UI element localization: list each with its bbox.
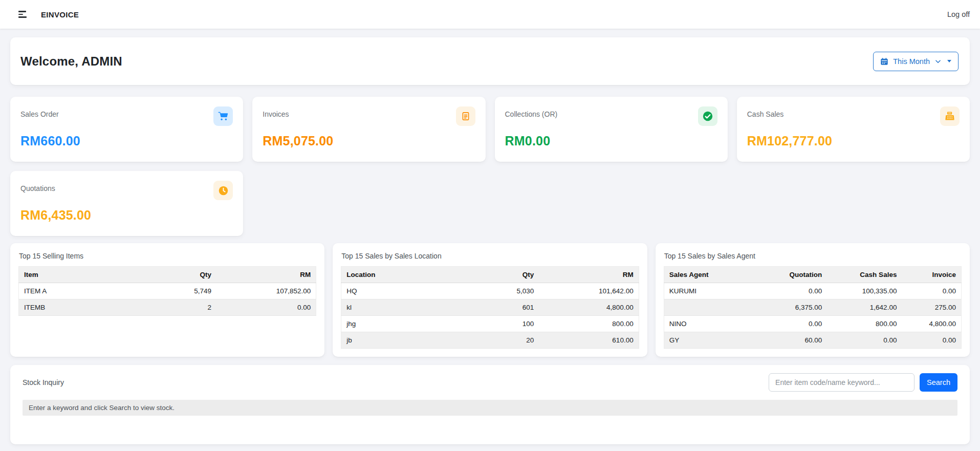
selling-items-table: Item Qty RM ITEM A 5,749 107,852.00 ITEM… xyxy=(18,266,316,316)
cell: 0.00 xyxy=(902,283,961,299)
cell: jb xyxy=(341,332,478,349)
stat-label: Quotations xyxy=(20,181,55,192)
stat-label: Invoices xyxy=(263,106,289,118)
cell xyxy=(664,299,759,316)
cell: ITEM A xyxy=(19,283,156,299)
col-header: Qty xyxy=(156,267,216,283)
period-filter-label: This Month xyxy=(893,57,930,66)
log-off-link[interactable]: Log off xyxy=(947,10,970,18)
stock-inquiry-title: Stock Inquiry xyxy=(23,378,64,386)
cell: 100,335.00 xyxy=(827,283,902,299)
chevron-down-icon xyxy=(934,58,942,65)
col-header: Qty xyxy=(478,267,539,283)
stock-search-controls: Search xyxy=(769,373,957,392)
cell: 2 xyxy=(156,299,216,316)
sales-by-agent-card: Top 15 Sales by Sales Agent Sales Agent … xyxy=(656,243,970,357)
calendar-icon xyxy=(880,57,888,66)
stat-card-cash-sales: Cash Sales RM102,777.0 xyxy=(737,97,970,162)
stat-card-invoices: Invoices RM5,075.00 xyxy=(252,97,485,162)
sales-agent-table: Sales Agent Quotation Cash Sales Invoice… xyxy=(664,266,962,349)
table-row: KURUMI 0.00 100,335.00 0.00 xyxy=(664,283,961,299)
top-selling-items-card: Top 15 Selling Items Item Qty RM ITEM A … xyxy=(10,243,324,357)
dashboard-content: Welcome, ADMIN This Month xyxy=(0,29,980,444)
stat-label: Collections (OR) xyxy=(505,106,558,118)
top-navbar: EINVOICE Log off xyxy=(0,0,980,29)
table-title: Top 15 Sales by Sales Location xyxy=(341,252,639,260)
caret-down-icon xyxy=(947,60,951,62)
cell: 5,030 xyxy=(478,283,539,299)
cell: 101,642.00 xyxy=(539,283,639,299)
col-header: RM xyxy=(216,267,316,283)
sales-location-table: Location Qty RM HQ 5,030 101,642.00 kl 6… xyxy=(341,266,639,349)
sales-by-location-card: Top 15 Sales by Sales Location Location … xyxy=(333,243,647,357)
table-title: Top 15 Sales by Sales Agent xyxy=(664,252,962,260)
cell: 610.00 xyxy=(539,332,639,349)
table-row: jhg 100 800.00 xyxy=(341,316,639,332)
col-header: Item xyxy=(19,267,156,283)
period-filter-dropdown[interactable]: This Month xyxy=(873,52,959,71)
table-row: jb 20 610.00 xyxy=(341,332,639,349)
cell: 601 xyxy=(478,299,539,316)
col-header: Cash Sales xyxy=(827,267,902,283)
stat-value: RM5,075.00 xyxy=(263,134,475,148)
cell: 0.00 xyxy=(216,299,316,316)
stock-hint-message: Enter a keyword and click Search to view… xyxy=(23,400,957,416)
col-header: Invoice xyxy=(902,267,961,283)
welcome-card: Welcome, ADMIN This Month xyxy=(10,37,970,85)
cell: 4,800.00 xyxy=(902,316,961,332)
cell: 5,749 xyxy=(156,283,216,299)
stat-label: Sales Order xyxy=(20,106,59,118)
col-header: RM xyxy=(539,267,639,283)
tables-row: Top 15 Selling Items Item Qty RM ITEM A … xyxy=(10,243,970,357)
table-row: NINO 0.00 800.00 4,800.00 xyxy=(664,316,961,332)
stat-value: RM102,777.00 xyxy=(747,134,960,148)
cell: 6,375.00 xyxy=(759,299,827,316)
table-row: 6,375.00 1,642.00 275.00 xyxy=(664,299,961,316)
cell: 1,642.00 xyxy=(827,299,902,316)
cell: 4,800.00 xyxy=(539,299,639,316)
check-circle-icon xyxy=(698,106,717,126)
cell: 800.00 xyxy=(827,316,902,332)
stat-value: RM0.00 xyxy=(505,134,717,148)
cell: 0.00 xyxy=(902,332,961,349)
col-header: Sales Agent xyxy=(664,267,759,283)
clock-icon xyxy=(213,181,233,200)
stock-search-input[interactable] xyxy=(769,373,914,392)
cell: kl xyxy=(341,299,478,316)
cell: 0.00 xyxy=(827,332,902,349)
stat-card-quotations: Quotations RM6,435.00 xyxy=(10,171,243,236)
cell: 107,852.00 xyxy=(216,283,316,299)
stat-label: Cash Sales xyxy=(747,106,784,118)
file-invoice-icon xyxy=(456,106,475,126)
page-title: Welcome, ADMIN xyxy=(20,54,122,69)
search-button[interactable]: Search xyxy=(920,373,957,392)
table-row: ITEM A 5,749 107,852.00 xyxy=(19,283,316,299)
cash-register-icon xyxy=(940,106,960,126)
col-header: Location xyxy=(341,267,478,283)
cart-icon xyxy=(213,106,233,126)
cell: jhg xyxy=(341,316,478,332)
cell: HQ xyxy=(341,283,478,299)
cell: KURUMI xyxy=(664,283,759,299)
cell: 20 xyxy=(478,332,539,349)
table-header-row: Item Qty RM xyxy=(19,267,316,283)
menu-toggle-button[interactable] xyxy=(16,9,29,20)
table-header-row: Location Qty RM xyxy=(341,267,639,283)
cell: GY xyxy=(664,332,759,349)
stat-card-sales-order: Sales Order RM660.00 xyxy=(10,97,243,162)
table-header-row: Sales Agent Quotation Cash Sales Invoice xyxy=(664,267,961,283)
stat-value: RM660.00 xyxy=(20,134,233,148)
cell: 275.00 xyxy=(902,299,961,316)
stock-inquiry-card: Stock Inquiry Search Enter a keyword and… xyxy=(10,365,970,444)
cell: 60.00 xyxy=(759,332,827,349)
table-title: Top 15 Selling Items xyxy=(19,252,316,260)
cell: 0.00 xyxy=(759,283,827,299)
cell: ITEMB xyxy=(19,299,156,316)
stat-cards-row-2: Quotations RM6,435.00 xyxy=(10,171,970,236)
stat-value: RM6,435.00 xyxy=(20,208,233,223)
table-row: HQ 5,030 101,642.00 xyxy=(341,283,639,299)
table-row: ITEMB 2 0.00 xyxy=(19,299,316,316)
cell: 0.00 xyxy=(759,316,827,332)
stat-cards-row: Sales Order RM660.00 Invoices xyxy=(10,97,970,162)
col-header: Quotation xyxy=(759,267,827,283)
